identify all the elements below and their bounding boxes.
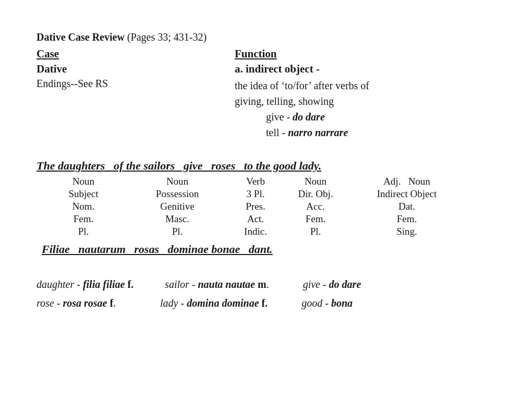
gram-5-r2: Indirect Object xyxy=(349,188,464,200)
word-3: Verb xyxy=(229,176,282,187)
gram-2-r2: Possession xyxy=(125,188,229,200)
word-4: Noun xyxy=(282,176,349,187)
col-right-function-desc: the idea of ‘to/for’ after verbs of givi… xyxy=(235,78,495,140)
title-line: Dative Case Review (Pages 33; 431-32) xyxy=(37,31,495,43)
gram-2-r5: Pl. xyxy=(125,226,229,237)
col-right-dative: a. indirect object - xyxy=(235,63,495,76)
col-left-endings: Endings--See RS xyxy=(37,78,235,140)
gram-3-r3: Pres. xyxy=(229,201,282,212)
function-header: Function xyxy=(235,47,277,60)
vocab-rose: rose - rosa rosae f. xyxy=(37,294,116,312)
function-line-3: give - do dare xyxy=(266,109,495,125)
function-a-dash: - xyxy=(313,63,320,75)
function-line-2: giving, telling, showing xyxy=(235,93,495,109)
vocab-line-1: daughter - filia filiae f. sailor - naut… xyxy=(37,275,495,294)
vocab-daughter: daughter - filia filiae f. xyxy=(37,275,134,294)
gram-4-r5: Pl. xyxy=(282,226,349,237)
gram-2-r4: Masc. xyxy=(125,213,229,225)
example-sentence: The daughters of the sailors give roses … xyxy=(37,159,495,173)
title-bold: Dative Case Review xyxy=(37,31,125,43)
case-header: Case xyxy=(37,47,59,60)
word-1: Noun xyxy=(42,176,125,187)
gram-5-r5: Sing. xyxy=(349,226,464,237)
word-2: Noun xyxy=(125,176,229,187)
gram-3-r5: Indic. xyxy=(229,226,282,237)
vocab-lady: lady - domina dominae f. xyxy=(142,294,268,312)
vocab-good: good - bona xyxy=(294,294,353,312)
sentence-section: The daughters of the sailors give roses … xyxy=(37,159,495,256)
gram-3-r4: Act. xyxy=(229,213,282,225)
col-left-header: Case xyxy=(37,47,235,61)
gram-4-r3: Acc. xyxy=(282,201,349,212)
dative-label: Dative xyxy=(37,63,67,75)
vocab-line-2: rose - rosa rosae f. lady - domina domin… xyxy=(37,294,495,312)
endings-row: Endings--See RS the idea of ‘to/for’ aft… xyxy=(37,78,495,140)
gram-5-r3: Dat. xyxy=(349,201,464,212)
gram-1-r4: Fem. xyxy=(42,213,125,225)
latin-sentence: Filiae nautarum rosas dominae bonae dant… xyxy=(42,243,495,256)
gram-3-r2: 3 Pl. xyxy=(229,188,282,200)
gram-4-r2: Dir. Obj. xyxy=(282,188,349,200)
word-grammar-grid: Noun Noun Verb Noun Adj. Noun Subject Po… xyxy=(42,176,495,237)
title-normal: (Pages 33; 431-32) xyxy=(125,31,207,43)
dative-row: Dative a. indirect object - xyxy=(37,63,495,76)
function-a: a. indirect object xyxy=(235,63,313,75)
function-line-1: the idea of ‘to/for’ after verbs of xyxy=(235,78,495,93)
col-left-dative: Dative xyxy=(37,63,235,76)
vocab-give: give - do dare xyxy=(295,275,361,294)
gram-1-r5: Pl. xyxy=(42,226,125,237)
vocab-section: daughter - filia filiae f. sailor - naut… xyxy=(37,275,495,312)
gram-5-r4: Fem. xyxy=(349,213,464,225)
endings-label: Endings--See RS xyxy=(37,78,108,89)
word-5: Adj. Noun xyxy=(349,176,464,187)
gram-1-r3: Nom. xyxy=(42,201,125,212)
function-line-4: tell - narro narrare xyxy=(266,125,495,140)
gram-1-r2: Subject xyxy=(42,188,125,200)
headers-row: Case Function xyxy=(37,47,495,61)
gram-2-r3: Genitive xyxy=(125,201,229,212)
gram-4-r4: Fem. xyxy=(282,213,349,225)
vocab-sailor: sailor - nauta nautae m. xyxy=(160,275,269,294)
col-right-header: Function xyxy=(235,47,495,61)
